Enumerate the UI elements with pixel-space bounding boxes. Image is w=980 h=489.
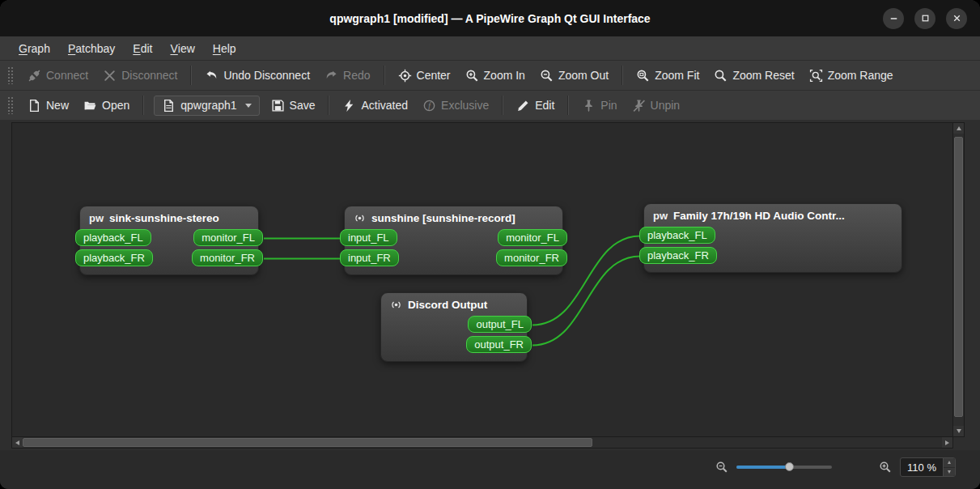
- port-monitor_FR[interactable]: monitor_FR: [496, 249, 567, 266]
- vertical-scroll-thumb[interactable]: [954, 137, 963, 418]
- zoom-out-button[interactable]: Zoom Out: [532, 65, 616, 87]
- zoom-slider-handle[interactable]: [785, 462, 794, 471]
- save-icon: [271, 99, 285, 113]
- menubar: GraphPatchbayEditViewHelp: [0, 36, 980, 61]
- port-input_FL[interactable]: input_FL: [340, 229, 397, 246]
- port-row: playback_FRmonitor_FR: [75, 249, 263, 266]
- vertical-scroll-track[interactable]: [953, 134, 964, 426]
- scroll-right-button[interactable]: [942, 437, 952, 448]
- new-button[interactable]: New: [20, 95, 76, 117]
- toolbar-handle[interactable]: [7, 66, 15, 84]
- exclusive-icon: f: [422, 99, 436, 113]
- port-monitor_FL[interactable]: monitor_FL: [193, 229, 263, 246]
- graph-toolbar: ConnectDisconnectUndo DisconnectRedoCent…: [0, 61, 980, 91]
- port-row: input_FLmonitor_FL: [340, 229, 567, 246]
- node-title: sunshine [sunshine-record]: [371, 212, 515, 224]
- node-sunshine[interactable]: sunshine [sunshine-record]input_FLmonito…: [344, 206, 563, 275]
- zoom-slider-fill: [736, 466, 789, 469]
- zoom-fit-label: Zoom Fit: [655, 69, 699, 82]
- toolbar-separator: [502, 96, 503, 115]
- zoom-fit-icon: [636, 69, 650, 83]
- port-row: playback_FLmonitor_FL: [75, 229, 263, 246]
- save-label: Save: [290, 99, 316, 112]
- node-header: sunshine [sunshine-record]: [345, 206, 562, 229]
- port-monitor_FR[interactable]: monitor_FR: [192, 249, 263, 266]
- node-sink[interactable]: pwsink-sunshine-stereoplayback_FLmonitor…: [79, 206, 259, 275]
- graph-canvas[interactable]: pwsink-sunshine-stereoplayback_FLmonitor…: [11, 122, 953, 437]
- titlebar[interactable]: qpwgraph1 [modified] — A PipeWire Graph …: [0, 0, 980, 36]
- port-playback_FR[interactable]: playback_FR: [75, 249, 153, 266]
- minimize-icon: [888, 12, 900, 24]
- menu-patchbay[interactable]: Patchbay: [59, 36, 124, 60]
- scroll-down-button[interactable]: [953, 426, 964, 436]
- redo-icon: [325, 69, 338, 83]
- unpin-label: Unpin: [651, 99, 681, 112]
- main-area: pwsink-sunshine-stereoplayback_FLmonitor…: [0, 121, 980, 450]
- open-icon: [83, 99, 97, 113]
- port-playback_FL[interactable]: playback_FL: [75, 229, 151, 246]
- edit-label: Edit: [535, 99, 554, 112]
- port-input_FR[interactable]: input_FR: [340, 249, 399, 266]
- scrollbar-corner: [953, 437, 965, 449]
- center-label: Center: [417, 69, 451, 82]
- zoom-increment-button[interactable]: [944, 458, 955, 467]
- node-family[interactable]: pwFamily 17h/19h HD Audio Contr...playba…: [643, 203, 902, 273]
- center-button[interactable]: Center: [391, 65, 458, 87]
- zoom-range-button[interactable]: Zoom Range: [802, 65, 901, 87]
- zoom-out-icon[interactable]: [715, 461, 728, 474]
- session-combo[interactable]: qpwgraph1: [154, 96, 259, 116]
- horizontal-scroll-thumb[interactable]: [23, 438, 592, 447]
- toolbar-separator: [384, 66, 385, 85]
- redo-label: Redo: [343, 69, 370, 82]
- undo-disconnect-button[interactable]: Undo Disconnect: [197, 65, 317, 87]
- zoom-in-icon[interactable]: [879, 461, 892, 474]
- node-discord[interactable]: Discord Outputoutput_FLoutput_FR: [380, 292, 528, 362]
- menu-help[interactable]: Help: [204, 36, 245, 60]
- activated-icon: [342, 99, 356, 113]
- port-output_FR[interactable]: output_FR: [466, 336, 532, 353]
- edit-button[interactable]: Edit: [509, 95, 562, 117]
- zoom-spinbox[interactable]: 110 %: [900, 457, 956, 477]
- arrow-left-icon: [15, 440, 19, 445]
- unpin-icon: [632, 99, 646, 113]
- port-playback_FR[interactable]: playback_FR: [639, 247, 717, 264]
- session-combo-value: qpwgraph1: [180, 99, 236, 112]
- menu-edit[interactable]: Edit: [124, 36, 161, 60]
- close-button[interactable]: [946, 8, 967, 29]
- toolbar-separator: [567, 96, 569, 115]
- menu-graph[interactable]: Graph: [10, 36, 59, 60]
- zoom-fit-button[interactable]: Zoom Fit: [629, 65, 706, 87]
- horizontal-scrollbar[interactable]: [11, 437, 953, 449]
- open-button[interactable]: Open: [76, 95, 137, 117]
- port-row: input_FRmonitor_FR: [340, 249, 567, 266]
- pipewire-icon: pw: [653, 210, 668, 222]
- horizontal-scroll-track[interactable]: [23, 437, 942, 448]
- disconnect-label: Disconnect: [121, 69, 177, 82]
- scroll-up-button[interactable]: [953, 123, 964, 134]
- vertical-scrollbar[interactable]: [953, 122, 965, 437]
- toolbar-handle[interactable]: [7, 96, 15, 114]
- arrow-down-icon: [948, 470, 951, 474]
- zoom-slider[interactable]: [736, 461, 832, 474]
- port-monitor_FL[interactable]: monitor_FL: [498, 229, 567, 246]
- save-button[interactable]: Save: [264, 95, 323, 117]
- zoom-range-icon: [809, 69, 823, 83]
- exclusive-button: fExclusive: [415, 95, 496, 117]
- zoom-decrement-button[interactable]: [944, 467, 955, 477]
- port-row: playback_FR: [639, 247, 906, 264]
- port-row: output_FL: [376, 316, 532, 333]
- disconnect-button: Disconnect: [95, 65, 185, 87]
- zoom-reset-button[interactable]: Zoom Reset: [706, 65, 801, 87]
- activated-button[interactable]: Activated: [335, 95, 415, 117]
- new-label: New: [46, 99, 69, 112]
- zoom-in-button[interactable]: Zoom In: [458, 65, 532, 87]
- new-icon: [28, 99, 41, 113]
- minimize-button[interactable]: [883, 8, 904, 29]
- port-playback_FL[interactable]: playback_FL: [639, 227, 715, 244]
- scroll-left-button[interactable]: [12, 437, 23, 448]
- port-output_FL[interactable]: output_FL: [468, 316, 532, 333]
- menu-view[interactable]: View: [161, 36, 203, 60]
- pipewire-icon: pw: [89, 212, 104, 224]
- maximize-button[interactable]: [914, 8, 935, 29]
- zoom-in-label: Zoom In: [484, 69, 525, 82]
